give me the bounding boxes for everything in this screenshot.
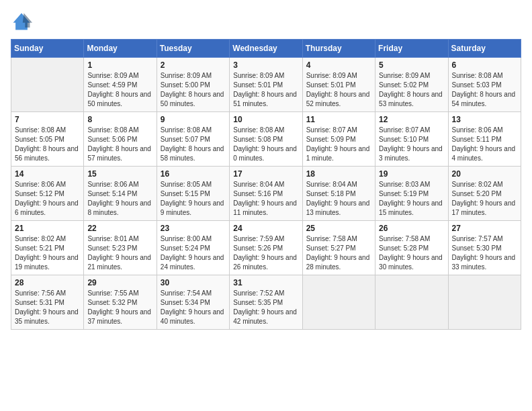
day-number: 26: [379, 224, 444, 233]
day-cell: 8 Sunrise: 8:08 AM Sunset: 5:06 PM Dayli…: [84, 112, 157, 167]
daylight-text: Daylight: 9 hours and 21 minutes.: [87, 253, 152, 272]
logo-icon: [11, 11, 32, 32]
day-cell: 24 Sunrise: 7:59 AM Sunset: 5:26 PM Dayl…: [230, 221, 302, 275]
sunrise-text: Sunrise: 8:06 AM: [452, 126, 517, 135]
day-cell: [375, 275, 448, 330]
cell-info: Sunrise: 8:05 AM Sunset: 5:15 PM Dayligh…: [161, 180, 226, 218]
day-number: 23: [161, 224, 226, 233]
day-cell: 9 Sunrise: 8:08 AM Sunset: 5:07 PM Dayli…: [157, 112, 229, 167]
day-number: 3: [233, 60, 298, 70]
sunrise-text: Sunrise: 7:59 AM: [233, 234, 298, 244]
sunrise-text: Sunrise: 8:04 AM: [233, 180, 298, 189]
day-cell: 13 Sunrise: 8:06 AM Sunset: 5:11 PM Dayl…: [448, 112, 521, 167]
sunset-text: Sunset: 5:31 PM: [15, 298, 80, 308]
cell-info: Sunrise: 7:54 AM Sunset: 5:34 PM Dayligh…: [161, 289, 226, 326]
daylight-text: Daylight: 9 hours and 4 minutes.: [452, 144, 517, 163]
day-cell: 14 Sunrise: 8:06 AM Sunset: 5:12 PM Dayl…: [11, 167, 84, 221]
day-number: 11: [306, 115, 371, 124]
day-number: 29: [87, 278, 152, 287]
day-cell: 12 Sunrise: 8:07 AM Sunset: 5:10 PM Dayl…: [375, 112, 448, 167]
cell-info: Sunrise: 7:58 AM Sunset: 5:28 PM Dayligh…: [379, 234, 444, 272]
day-number: 14: [15, 169, 80, 179]
day-cell: 3 Sunrise: 8:09 AM Sunset: 5:01 PM Dayli…: [230, 58, 302, 112]
day-number: 28: [15, 278, 80, 287]
sunrise-text: Sunrise: 8:00 AM: [161, 234, 226, 244]
day-cell: [448, 275, 521, 330]
daylight-text: Daylight: 9 hours and 17 minutes.: [452, 199, 517, 218]
day-number: 17: [233, 169, 298, 179]
cell-info: Sunrise: 8:07 AM Sunset: 5:10 PM Dayligh…: [379, 126, 444, 163]
sunrise-text: Sunrise: 8:04 AM: [306, 180, 371, 189]
day-number: 9: [161, 115, 226, 124]
sunrise-text: Sunrise: 8:09 AM: [233, 71, 298, 81]
sunrise-text: Sunrise: 8:07 AM: [306, 126, 371, 135]
sunset-text: Sunset: 5:05 PM: [15, 135, 80, 144]
daylight-text: Daylight: 8 hours and 50 minutes.: [161, 90, 226, 109]
day-number: 31: [233, 278, 298, 287]
day-cell: 26 Sunrise: 7:58 AM Sunset: 5:28 PM Dayl…: [375, 221, 448, 275]
daylight-text: Daylight: 8 hours and 53 minutes.: [379, 90, 444, 109]
sunrise-text: Sunrise: 8:01 AM: [87, 234, 152, 244]
day-cell: 15 Sunrise: 8:06 AM Sunset: 5:14 PM Dayl…: [84, 167, 157, 221]
cell-info: Sunrise: 8:03 AM Sunset: 5:19 PM Dayligh…: [379, 180, 444, 218]
day-cell: 22 Sunrise: 8:01 AM Sunset: 5:23 PM Dayl…: [84, 221, 157, 275]
sunrise-text: Sunrise: 7:58 AM: [379, 234, 444, 244]
sunrise-text: Sunrise: 8:08 AM: [15, 126, 80, 135]
sunset-text: Sunset: 5:14 PM: [87, 189, 152, 199]
sunset-text: Sunset: 5:07 PM: [161, 135, 226, 144]
sunrise-text: Sunrise: 8:02 AM: [15, 234, 80, 244]
col-header-saturday: Saturday: [448, 40, 521, 58]
week-row-3: 14 Sunrise: 8:06 AM Sunset: 5:12 PM Dayl…: [11, 167, 521, 221]
day-number: 6: [452, 60, 517, 70]
sunset-text: Sunset: 5:18 PM: [306, 189, 371, 199]
week-row-5: 28 Sunrise: 7:56 AM Sunset: 5:31 PM Dayl…: [11, 275, 521, 330]
sunrise-text: Sunrise: 7:56 AM: [15, 289, 80, 298]
day-cell: 30 Sunrise: 7:54 AM Sunset: 5:34 PM Dayl…: [157, 275, 229, 330]
cell-info: Sunrise: 7:58 AM Sunset: 5:27 PM Dayligh…: [306, 234, 371, 272]
sunrise-text: Sunrise: 8:08 AM: [452, 71, 517, 81]
cell-info: Sunrise: 8:02 AM Sunset: 5:21 PM Dayligh…: [15, 234, 80, 272]
sunset-text: Sunset: 5:32 PM: [87, 298, 152, 308]
daylight-text: Daylight: 9 hours and 15 minutes.: [379, 199, 444, 218]
day-cell: 31 Sunrise: 7:52 AM Sunset: 5:35 PM Dayl…: [230, 275, 302, 330]
day-number: 18: [306, 169, 371, 179]
sunrise-text: Sunrise: 7:55 AM: [87, 289, 152, 298]
cell-info: Sunrise: 8:04 AM Sunset: 5:16 PM Dayligh…: [233, 180, 298, 218]
sunset-text: Sunset: 5:02 PM: [379, 81, 444, 90]
day-number: 22: [87, 224, 152, 233]
sunset-text: Sunset: 5:23 PM: [87, 244, 152, 253]
cell-info: Sunrise: 8:09 AM Sunset: 4:59 PM Dayligh…: [87, 71, 152, 109]
day-number: 30: [161, 278, 226, 287]
week-row-1: 1 Sunrise: 8:09 AM Sunset: 4:59 PM Dayli…: [11, 58, 521, 112]
sunrise-text: Sunrise: 8:03 AM: [379, 180, 444, 189]
cell-info: Sunrise: 8:09 AM Sunset: 5:01 PM Dayligh…: [306, 71, 371, 109]
sunset-text: Sunset: 5:24 PM: [161, 244, 226, 253]
daylight-text: Daylight: 9 hours and 24 minutes.: [161, 253, 226, 272]
daylight-text: Daylight: 9 hours and 26 minutes.: [233, 253, 298, 272]
cell-info: Sunrise: 8:09 AM Sunset: 5:02 PM Dayligh…: [379, 71, 444, 109]
cell-info: Sunrise: 8:02 AM Sunset: 5:20 PM Dayligh…: [452, 180, 517, 218]
sunrise-text: Sunrise: 8:07 AM: [379, 126, 444, 135]
sunrise-text: Sunrise: 8:02 AM: [452, 180, 517, 189]
cell-info: Sunrise: 8:08 AM Sunset: 5:05 PM Dayligh…: [15, 126, 80, 163]
daylight-text: Daylight: 9 hours and 8 minutes.: [87, 199, 152, 218]
cell-info: Sunrise: 8:08 AM Sunset: 5:03 PM Dayligh…: [452, 71, 517, 109]
cell-info: Sunrise: 8:06 AM Sunset: 5:11 PM Dayligh…: [452, 126, 517, 163]
daylight-text: Daylight: 9 hours and 19 minutes.: [15, 253, 80, 272]
day-cell: 11 Sunrise: 8:07 AM Sunset: 5:09 PM Dayl…: [302, 112, 375, 167]
col-header-tuesday: Tuesday: [157, 40, 229, 58]
sunset-text: Sunset: 5:09 PM: [306, 135, 371, 144]
sunrise-text: Sunrise: 8:09 AM: [306, 71, 371, 81]
daylight-text: Daylight: 9 hours and 6 minutes.: [15, 199, 80, 218]
sunrise-text: Sunrise: 7:58 AM: [306, 234, 371, 244]
cell-info: Sunrise: 8:01 AM Sunset: 5:23 PM Dayligh…: [87, 234, 152, 272]
sunset-text: Sunset: 5:34 PM: [161, 298, 226, 308]
calendar-table: SundayMondayTuesdayWednesdayThursdayFrid…: [11, 39, 521, 330]
daylight-text: Daylight: 9 hours and 30 minutes.: [379, 253, 444, 272]
day-number: 13: [452, 115, 517, 124]
cell-info: Sunrise: 7:52 AM Sunset: 5:35 PM Dayligh…: [233, 289, 298, 326]
sunrise-text: Sunrise: 8:08 AM: [87, 126, 152, 135]
day-cell: 17 Sunrise: 8:04 AM Sunset: 5:16 PM Dayl…: [230, 167, 302, 221]
sunset-text: Sunset: 5:30 PM: [452, 244, 517, 253]
day-cell: 19 Sunrise: 8:03 AM Sunset: 5:19 PM Dayl…: [375, 167, 448, 221]
